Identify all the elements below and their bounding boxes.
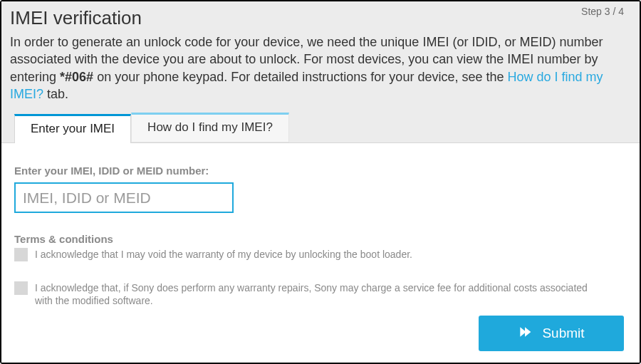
page-title: IMEI verification — [10, 7, 627, 29]
intro-part3: tab. — [43, 87, 68, 101]
terms-row-2: I acknowledge that, if Sony does perform… — [14, 281, 605, 307]
intro-part2: on your phone keypad. For detailed instr… — [93, 70, 507, 84]
tab-find-imei[interactable]: How do I find my IMEI? — [131, 113, 289, 142]
tab-panel: Enter your IMEI, IDID or MEID number: Te… — [1, 142, 640, 363]
tab-bar: Enter your IMEI How do I find my IMEI? — [10, 113, 627, 142]
terms-checkbox-1[interactable] — [14, 248, 28, 261]
intro-code: *#06# — [60, 70, 93, 84]
terms-text-2: I acknowledge that, if Sony does perform… — [35, 281, 605, 307]
page-header: IMEI verification In order to generate a… — [1, 1, 640, 142]
terms-text-1: I acknowledge that I may void the warran… — [35, 248, 412, 261]
intro-text: In order to generate an unlock code for … — [10, 33, 620, 103]
submit-label: Submit — [542, 326, 584, 341]
terms-heading: Terms & conditions — [14, 233, 627, 245]
terms-row-1: I acknowledge that I may void the warran… — [14, 248, 605, 261]
step-indicator: Step 3 / 4 — [581, 6, 624, 17]
imei-field-label: Enter your IMEI, IDID or MEID number: — [14, 165, 627, 177]
submit-button[interactable]: Submit — [479, 316, 624, 351]
imei-verification-page: Step 3 / 4 IMEI verification In order to… — [0, 0, 641, 364]
terms-checkbox-2[interactable] — [14, 281, 28, 295]
imei-input[interactable] — [14, 182, 234, 213]
submit-arrow-icon — [518, 325, 532, 343]
tab-enter-imei[interactable]: Enter your IMEI — [14, 114, 131, 143]
